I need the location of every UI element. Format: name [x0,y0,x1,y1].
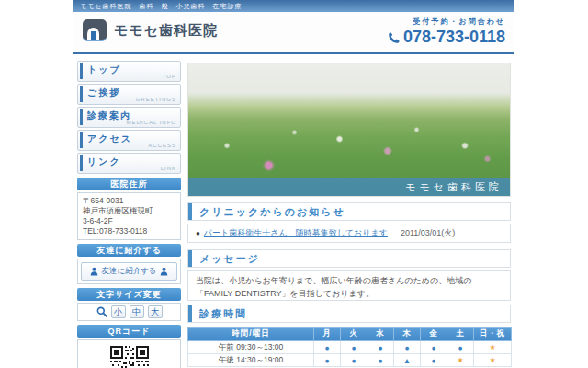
hours-row-morning: 午前 09:30～13:00 ● ● ● ● ● ● ★ [188,341,512,354]
news-link[interactable]: パート歯科衛生士さん 随時募集致しております [204,227,388,239]
refer-header: 友達に紹介する [77,244,181,257]
hours-cell: ● [447,341,474,354]
address-line: 〒654-0031 [83,196,175,206]
qr-code [110,346,149,368]
fontsize-medium-button[interactable]: 中 [130,305,144,318]
hours-cell: ★ [474,341,512,354]
header-divider [74,52,514,54]
fontsize-large-button[interactable]: 大 [148,305,163,318]
phone-number[interactable]: 078-733-0118 [388,28,505,47]
site-tagline-bar: モモセ歯科医院 歯科一般・小児歯科・在宅診療 [74,0,514,12]
hours-col-header: 火 [341,328,368,341]
hours-cell: ● [368,354,394,367]
hours-col-header: 月 [314,328,341,341]
hours-cell: ● [314,354,341,367]
sidebar-item-medical-info[interactable]: 診療案内 MEDICAL INFO [77,107,181,128]
hours-col-header: 木 [394,328,421,341]
news-date: 2011/03/01(火) [401,227,455,239]
news-bullet: ● [196,229,200,237]
sidebar-item-access[interactable]: アクセス ACCESS [77,130,181,151]
photo-caption: モモセ歯科医院 [188,178,510,196]
qr-box [77,339,181,368]
hours-section-header: 診療時間 [187,305,511,323]
hours-col-header: 金 [421,328,447,341]
message-section-header: メッセージ [187,249,511,268]
address-line: 3-6-4-2F [83,216,175,226]
sidebar-item-link[interactable]: リンク LINK [77,153,181,174]
hours-col-header: 土 [447,328,474,341]
hours-cell: ● [394,341,421,354]
qr-header: QRコード [77,325,181,338]
sidebar-item-top[interactable]: トップ TOP [77,61,181,82]
address-header: 医院住所 [77,178,181,190]
hours-row-label: 午後 14:30～19:00 [188,354,314,367]
sidebar: トップ TOP ご挨拶 GREETINGS 診療案内 MEDICAL INFO … [77,61,181,368]
site-header: モモセ歯科医院 受付予約・お問合わせ 078-733-0118 [74,12,514,52]
hours-cell: ● [421,354,447,367]
phone-icon [388,31,401,44]
hours-col-header: 日・祝 [474,328,512,341]
address-box: 〒654-0031 神戸市須磨区権現町 3-6-4-2F TEL:078-733… [77,192,181,240]
contact-label: 受付予約・お問合わせ [388,17,505,27]
person-icon [90,267,98,276]
site-tagline: モモセ歯科医院 歯科一般・小児歯科・在宅診療 [80,3,243,9]
magnifier-icon [96,306,107,317]
hours-col-header: 水 [368,328,394,341]
hero-photo: モモセ歯科医院 [187,63,511,197]
refer-box: 友達に紹介する [77,259,181,284]
fontsize-box: 小 中 大 [77,303,181,321]
hours-cell: ★ [447,354,474,367]
address-line: 神戸市須磨区権現町 [83,206,175,216]
clinic-homepage: モモセ歯科医院 歯科一般・小児歯科・在宅診療 モモセ歯科医院 受付予約・お問合わ… [0,0,588,368]
hours-cell: ● [314,341,341,354]
clinic-logo[interactable]: モモセ歯科医院 [83,19,218,41]
fontsize-small-button[interactable]: 小 [111,305,126,318]
fontsize-header: 文字サイズ変更 [77,288,181,301]
hours-cell: ● [341,341,368,354]
news-list: ● パート歯科衛生士さん 随時募集致しております 2011/03/01(火) [187,224,511,243]
news-section-header: クリニックからのお知らせ [187,202,511,221]
clinic-logo-icon [83,19,107,41]
refer-friend-button[interactable]: 友達に紹介する [81,262,177,281]
hours-table: 時間/曜日 月 火 水 木 金 土 日・祝 午前 09:30～13:00 ● ●… [187,327,512,367]
hours-cell: ▲ [394,354,421,367]
address-line: TEL:078-733-0118 [83,226,175,236]
hours-cell: ● [368,341,394,354]
message-body: 当院は、小児からお年寄りまで、幅広い年齢の患者さんのための、地域の「FAMILY… [187,270,511,301]
hours-row-afternoon: 午後 14:30～19:00 ● ● ● ▲ ● ★ ★ [188,354,512,367]
person-icon [160,267,168,276]
clinic-name: モモセ歯科医院 [114,22,218,40]
sidebar-item-greetings[interactable]: ご挨拶 GREETINGS [77,84,181,105]
hours-col-header: 時間/曜日 [188,328,314,341]
hours-row-label: 午前 09:30～13:00 [188,341,314,354]
hours-cell: ● [341,354,368,367]
hours-header-row: 時間/曜日 月 火 水 木 金 土 日・祝 [188,328,512,341]
hours-cell: ★ [474,354,512,367]
hours-cell: ● [421,341,447,354]
header-contact: 受付予約・お問合わせ 078-733-0118 [388,17,505,47]
